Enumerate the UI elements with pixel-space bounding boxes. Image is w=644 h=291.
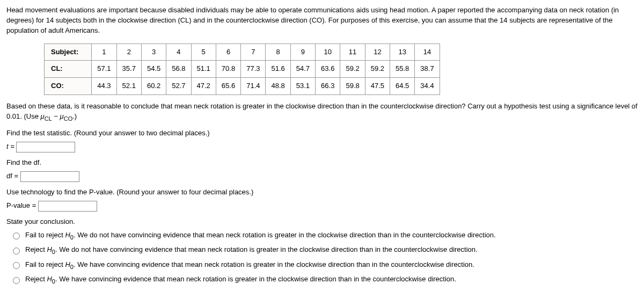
df-label: df =	[6, 172, 20, 180]
choice-label: Reject H0. We have convincing evidence t…	[25, 274, 456, 286]
co-cell: 64.5	[390, 78, 415, 95]
choice-post: . We do not have convincing evidence tha…	[74, 231, 496, 239]
t-input-row: t =	[6, 142, 638, 152]
question-text: Based on these data, is it reasonable to…	[6, 101, 638, 123]
subject-cell: 11	[340, 43, 365, 61]
mu-co-sub: CO	[64, 115, 73, 122]
co-cell: 66.3	[316, 78, 340, 95]
co-cell: 52.7	[166, 78, 191, 95]
subject-cell: 3	[141, 43, 166, 61]
cl-cell: 55.8	[390, 61, 415, 78]
choice-h: H	[65, 260, 70, 268]
cl-row: CL: 57.1 35.7 54.5 56.8 51.1 70.8 77.3 5…	[45, 61, 440, 78]
co-row: CO: 44.3 52.1 60.2 52.7 47.2 65.6 71.4 4…	[45, 78, 440, 95]
subject-cell: 4	[166, 43, 191, 61]
cl-cell: 77.3	[241, 61, 266, 78]
choice-row: Reject H0. We have convincing evidence t…	[13, 274, 638, 286]
co-cell: 59.8	[340, 78, 365, 95]
choice-pre: Fail to reject	[25, 231, 65, 239]
co-cell: 47.2	[191, 78, 216, 95]
find-df-label: Find the df.	[6, 158, 638, 168]
co-label: CO:	[45, 78, 92, 95]
table-header-row: Subject: 1 2 3 4 5 6 7 8 9 10 11 12 13 1…	[45, 43, 440, 61]
cl-cell: 54.7	[290, 61, 315, 78]
cl-cell: 56.8	[166, 61, 191, 78]
subject-cell: 14	[415, 43, 440, 61]
pvalue-label: P-value =	[6, 201, 38, 209]
subject-cell: 7	[241, 43, 266, 61]
choice-h: H	[47, 275, 52, 283]
co-cell: 47.5	[365, 78, 390, 95]
subject-cell: 1	[92, 43, 116, 61]
co-cell: 52.1	[116, 78, 141, 95]
choice-post: . We have convincing evidence that mean …	[74, 260, 474, 268]
co-cell: 53.1	[290, 78, 315, 95]
choice-row: Fail to reject H0. We do not have convin…	[13, 230, 638, 242]
cl-cell: 38.7	[415, 61, 440, 78]
subject-cell: 9	[290, 43, 315, 61]
co-cell: 48.8	[266, 78, 290, 95]
mu-cl: μ	[41, 112, 45, 120]
co-cell: 65.6	[216, 78, 240, 95]
choice-row: Reject H0. We do not have convincing evi…	[13, 245, 638, 257]
df-input-row: df =	[6, 171, 638, 182]
choice-label: Fail to reject H0. We do not have convin…	[25, 230, 496, 242]
choice-radio-2[interactable]	[13, 262, 20, 269]
cl-cell: 59.2	[340, 61, 365, 78]
choice-radio-1[interactable]	[13, 248, 20, 254]
co-cell: 71.4	[241, 78, 266, 95]
choice-h: H	[65, 231, 70, 239]
choice-radio-3[interactable]	[13, 277, 20, 284]
choice-row: Fail to reject H0. We have convincing ev…	[13, 260, 638, 272]
data-table-wrapper: Subject: 1 2 3 4 5 6 7 8 9 10 11 12 13 1…	[44, 43, 638, 96]
pvalue-input[interactable]	[38, 201, 97, 212]
conclusion-choices: Fail to reject H0. We do not have convin…	[13, 230, 638, 286]
subject-label: Subject:	[45, 43, 92, 61]
co-cell: 34.4	[415, 78, 440, 95]
mu-cl-sub: CL	[45, 115, 52, 122]
co-cell: 60.2	[141, 78, 166, 95]
choice-label: Fail to reject H0. We have convincing ev…	[25, 260, 474, 272]
df-input[interactable]	[20, 171, 79, 182]
state-conclusion-label: State your conclusion.	[6, 217, 638, 227]
subject-cell: 6	[216, 43, 240, 61]
choice-radio-0[interactable]	[13, 232, 20, 239]
cl-cell: 59.2	[365, 61, 390, 78]
mu-co: μ	[60, 112, 64, 120]
cl-cell: 51.6	[266, 61, 290, 78]
choice-pre: Fail to reject	[25, 260, 65, 268]
minus-sign: −	[52, 112, 60, 120]
cl-cell: 54.5	[141, 61, 166, 78]
pvalue-input-row: P-value =	[6, 201, 638, 212]
cl-label: CL:	[45, 61, 92, 78]
t-input[interactable]	[16, 142, 75, 152]
choice-pre: Reject	[25, 245, 47, 253]
cl-cell: 70.8	[216, 61, 240, 78]
question-suffix: .)	[72, 112, 77, 120]
cl-cell: 63.6	[316, 61, 340, 78]
cl-cell: 51.1	[191, 61, 216, 78]
choice-h: H	[47, 245, 52, 253]
find-pvalue-label: Use technology to find the P-value. (Rou…	[6, 187, 638, 198]
find-test-statistic-label: Find the test statistic. (Round your ans…	[6, 128, 638, 139]
intro-text: Head movement evaluations are important …	[6, 5, 638, 36]
choice-pre: Reject	[25, 275, 47, 283]
subject-cell: 8	[266, 43, 290, 61]
subject-cell: 5	[191, 43, 216, 61]
subject-cell: 12	[365, 43, 390, 61]
data-table: Subject: 1 2 3 4 5 6 7 8 9 10 11 12 13 1…	[44, 43, 440, 96]
t-label: t =	[6, 143, 16, 151]
subject-cell: 13	[390, 43, 415, 61]
co-cell: 44.3	[92, 78, 116, 95]
choice-post: . We have convincing evidence that mean …	[55, 275, 456, 283]
question-prefix: Based on these data, is it reasonable to…	[6, 102, 638, 120]
choice-label: Reject H0. We do not have convincing evi…	[25, 245, 478, 257]
choice-post: . We do not have convincing evidence tha…	[55, 245, 478, 253]
cl-cell: 57.1	[92, 61, 116, 78]
subject-cell: 10	[316, 43, 340, 61]
cl-cell: 35.7	[116, 61, 141, 78]
subject-cell: 2	[116, 43, 141, 61]
